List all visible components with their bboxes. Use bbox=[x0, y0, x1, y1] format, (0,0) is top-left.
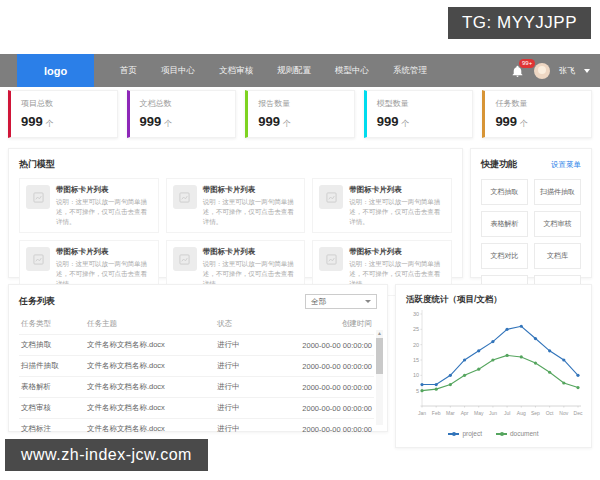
select-caret-icon bbox=[365, 300, 371, 303]
task-filter-value: 全部 bbox=[311, 297, 326, 307]
table-column-header: 任务类型 bbox=[19, 314, 85, 335]
quick-action-1[interactable]: 扫描件抽取 bbox=[534, 179, 581, 205]
table-cell: 扫描件抽取 bbox=[19, 356, 85, 377]
svg-text:25: 25 bbox=[413, 326, 419, 332]
model-card-title: 带图标卡片列表 bbox=[349, 185, 445, 195]
task-list-panel: 任务列表 全部 任务类型任务主题状态创建时间 文档抽取文件名称文档名称.docx… bbox=[8, 284, 388, 432]
table-cell: 进行中 bbox=[215, 419, 257, 440]
stat-value: 999个 bbox=[377, 114, 463, 129]
model-card-desc: 说明：这里可以放一两句简单描述，不可操作，仅可点击去查看详情。 bbox=[203, 197, 299, 226]
activity-chart-panel: 活跃度统计（项目/文档） 51015202530JanFebMarAprMayJ… bbox=[395, 284, 592, 448]
table-cell: 文件名称文档名称.docx bbox=[85, 398, 215, 419]
nav-item-5[interactable]: 系统管理 bbox=[393, 65, 427, 77]
model-file-icon bbox=[26, 247, 50, 271]
svg-text:Mar: Mar bbox=[446, 410, 455, 416]
model-card-desc: 说明：这里可以放一两句简单描述，不可操作，仅可点击去查看详情。 bbox=[56, 197, 152, 226]
stat-value: 999个 bbox=[140, 114, 226, 129]
svg-text:Sep: Sep bbox=[531, 410, 540, 416]
stat-card-0: 项目总数999个 bbox=[8, 90, 118, 138]
table-row[interactable]: 文档标注文件名称文档名称.docx进行中2000-00-00 00:00:00 bbox=[19, 419, 374, 440]
model-card-title: 带图标卡片列表 bbox=[56, 247, 152, 257]
user-avatar[interactable] bbox=[534, 63, 550, 79]
quick-action-0[interactable]: 文档抽取 bbox=[481, 179, 528, 205]
svg-text:5: 5 bbox=[416, 388, 419, 394]
svg-text:Aug: Aug bbox=[517, 410, 526, 416]
stat-card-3: 模型数量999个 bbox=[364, 90, 474, 138]
model-card-1[interactable]: 带图标卡片列表说明：这里可以放一两句简单描述，不可操作，仅可点击去查看详情。 bbox=[166, 178, 306, 233]
svg-text:Jun: Jun bbox=[489, 410, 497, 416]
scrollbar-up-arrow-icon[interactable]: ▲ bbox=[376, 330, 383, 337]
table-column-header: 状态 bbox=[215, 314, 257, 335]
logo[interactable]: logo bbox=[17, 54, 94, 87]
stat-value: 999个 bbox=[495, 114, 581, 129]
model-card-2[interactable]: 带图标卡片列表说明：这里可以放一两句简单描述，不可操作，仅可点击去查看详情。 bbox=[312, 178, 452, 233]
quick-action-3[interactable]: 文档审核 bbox=[534, 211, 581, 237]
table-row[interactable]: 扫描件抽取文件名称文档名称.docx进行中2000-00-00 00:00:00 bbox=[19, 356, 374, 377]
chart-svg: 51015202530JanFebMarAprMayJunJulAugSepOc… bbox=[406, 306, 583, 424]
table-cell: 进行中 bbox=[215, 398, 257, 419]
svg-text:Feb: Feb bbox=[432, 410, 441, 416]
stat-card-1: 文档总数999个 bbox=[127, 90, 237, 138]
table-cell: 文件名称文档名称.docx bbox=[85, 377, 215, 398]
nav-item-2[interactable]: 文档审核 bbox=[219, 65, 253, 77]
stat-label: 报告数量 bbox=[258, 98, 344, 109]
table-cell: 文档审核 bbox=[19, 398, 85, 419]
table-cell: 表格解析 bbox=[19, 377, 85, 398]
notification-bell-icon[interactable]: 99+ bbox=[511, 64, 525, 78]
model-file-icon bbox=[319, 185, 343, 209]
stat-value: 999个 bbox=[258, 114, 344, 129]
table-row[interactable]: 文档审核文件名称文档名称.docx进行中2000-00-00 00:00:00 bbox=[19, 398, 374, 419]
table-cell: 2000-00-00 00:00:00 bbox=[257, 419, 374, 440]
chart-title: 活跃度统计（项目/文档） bbox=[406, 294, 581, 306]
quick-action-5[interactable]: 文档库 bbox=[534, 243, 581, 269]
task-filter-select[interactable]: 全部 bbox=[305, 294, 377, 309]
legend-marker-icon bbox=[448, 433, 459, 435]
stat-label: 项目总数 bbox=[21, 98, 107, 109]
nav-item-4[interactable]: 模型中心 bbox=[335, 65, 369, 77]
table-scrollbar[interactable]: ▲ bbox=[376, 330, 383, 425]
table-cell: 文档抽取 bbox=[19, 335, 85, 356]
model-card-title: 带图标卡片列表 bbox=[203, 247, 299, 257]
table-cell: 进行中 bbox=[215, 335, 257, 356]
line-chart: 51015202530JanFebMarAprMayJunJulAugSepOc… bbox=[406, 306, 581, 428]
stat-label: 任务数量 bbox=[495, 98, 581, 109]
table-cell: 文件名称文档名称.docx bbox=[85, 356, 215, 377]
quick-actions-panel: 快捷功能 设置菜单 文档抽取扫描件抽取表格解析文档审核文档对比文档库文档对比文档… bbox=[470, 148, 592, 278]
nav-item-1[interactable]: 项目中心 bbox=[161, 65, 195, 77]
user-name[interactable]: 张飞 bbox=[559, 65, 575, 76]
table-column-header: 任务主题 bbox=[85, 314, 215, 335]
table-cell: 2000-00-00 00:00:00 bbox=[257, 377, 374, 398]
model-file-icon bbox=[173, 185, 197, 209]
svg-text:May: May bbox=[474, 410, 484, 416]
table-cell: 2000-00-00 00:00:00 bbox=[257, 335, 374, 356]
stat-value: 999个 bbox=[21, 114, 107, 129]
model-card-title: 带图标卡片列表 bbox=[349, 247, 445, 257]
svg-text:10: 10 bbox=[413, 372, 419, 378]
svg-text:20: 20 bbox=[413, 342, 419, 348]
svg-text:Apr: Apr bbox=[461, 410, 469, 416]
table-cell: 文件名称文档名称.docx bbox=[85, 419, 215, 440]
table-cell: 2000-00-00 00:00:00 bbox=[257, 356, 374, 377]
nav-item-0[interactable]: 首页 bbox=[120, 65, 137, 77]
nav-menu: 首页项目中心文档审核规则配置模型中心系统管理 bbox=[120, 54, 427, 87]
nav-item-3[interactable]: 规则配置 bbox=[277, 65, 311, 77]
table-cell: 进行中 bbox=[215, 377, 257, 398]
legend-item-document[interactable]: document bbox=[496, 430, 539, 437]
legend-item-project[interactable]: project bbox=[448, 430, 482, 437]
svg-text:Nov: Nov bbox=[559, 410, 568, 416]
model-card-0[interactable]: 带图标卡片列表说明：这里可以放一两句简单描述，不可操作，仅可点击去查看详情。 bbox=[19, 178, 159, 233]
svg-text:Jul: Jul bbox=[504, 410, 510, 416]
setup-menu-link[interactable]: 设置菜单 bbox=[551, 160, 581, 170]
site-watermark: www.zh-index-jcw.com bbox=[5, 439, 208, 471]
scrollbar-thumb[interactable] bbox=[376, 338, 383, 374]
chevron-down-icon[interactable] bbox=[584, 69, 590, 73]
table-cell: 文件名称文档名称.docx bbox=[85, 335, 215, 356]
quick-action-4[interactable]: 文档对比 bbox=[481, 243, 528, 269]
quick-action-2[interactable]: 表格解析 bbox=[481, 211, 528, 237]
table-row[interactable]: 文档抽取文件名称文档名称.docx进行中2000-00-00 00:00:00 bbox=[19, 335, 374, 356]
hot-models-title: 热门模型 bbox=[19, 158, 452, 171]
svg-text:Dec: Dec bbox=[574, 410, 583, 416]
table-cell: 进行中 bbox=[215, 356, 257, 377]
table-row[interactable]: 表格解析文件名称文档名称.docx进行中2000-00-00 00:00:00 bbox=[19, 377, 374, 398]
svg-text:Jan: Jan bbox=[418, 410, 426, 416]
